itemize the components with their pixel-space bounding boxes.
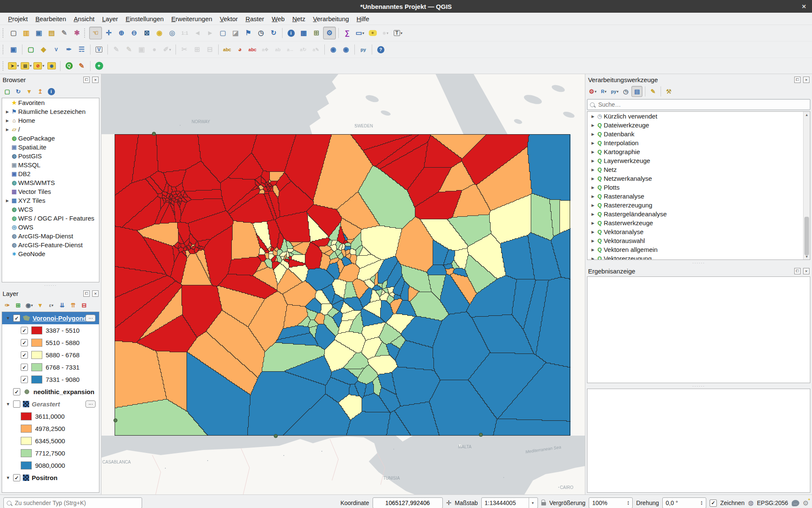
legend-class-checkbox[interactable]: ✓ — [21, 339, 28, 346]
measure-line-button[interactable]: ▭▾ — [354, 27, 366, 39]
extents-icon[interactable]: ✛ — [446, 499, 452, 507]
zoom-full-button[interactable]: ⊠ — [141, 27, 153, 39]
manage-map-themes-dropdown-icon[interactable]: ▾ — [31, 304, 33, 307]
layer-labeling-button[interactable]: abc — [221, 44, 233, 55]
attribute-table-button[interactable]: ▦ — [298, 27, 310, 39]
open-project-button[interactable]: ▥ — [20, 27, 32, 39]
layer-panel-float-icon[interactable]: ⧠ — [83, 290, 90, 297]
browser-item-home[interactable]: ▶⌂Home — [2, 116, 99, 125]
browser-float-icon[interactable]: ⧠ — [83, 77, 90, 83]
browser-item-wms-wmts[interactable]: ◍WMS/WMTS — [2, 178, 99, 187]
select-features-dropdown-icon[interactable]: ▾ — [17, 64, 19, 68]
expander-icon[interactable]: ▶ — [590, 221, 595, 225]
layer-row-gerastert[interactable]: ▼Gerastert — [2, 398, 99, 410]
zoom-out-button[interactable]: ⊖ — [128, 27, 140, 39]
processing-close-icon[interactable]: ✕ — [803, 77, 809, 83]
toolbar-handle[interactable] — [3, 28, 5, 38]
legend-class-row[interactable]: 6345,5000 — [2, 435, 99, 447]
right-dock-splitter[interactable]: ······ — [585, 260, 812, 265]
browser-item-arcgis-map-dienst[interactable]: ◍ArcGIS-Map-Dienst — [2, 232, 99, 240]
processing-algorithms-dropdown-icon[interactable]: ▾ — [595, 90, 596, 94]
browser-item-geonode[interactable]: ∗GeoNode — [2, 249, 99, 258]
vertex-tool-dropdown-icon[interactable]: ▾ — [169, 48, 171, 52]
legend-class-row[interactable]: 9080,0000 — [2, 459, 99, 472]
menu-einstellungen[interactable]: Einstellungen — [122, 14, 167, 24]
browser-item-db2[interactable]: ▣DB2 — [2, 169, 99, 178]
no-labels-button[interactable]: abc — [247, 44, 258, 55]
coordinate-input[interactable] — [376, 499, 439, 507]
text-annotation-button[interactable]: T▾ — [392, 27, 404, 39]
menu-hilfe[interactable]: Hilfe — [353, 14, 373, 24]
menu-raster[interactable]: Raster — [241, 14, 268, 24]
new-geopackage-layer-button[interactable]: ▢ — [25, 44, 37, 55]
menu-bearbeiten[interactable]: Bearbeiten — [32, 14, 70, 24]
new-print-layout-button[interactable]: ▤ — [46, 27, 58, 39]
processing-category-dateiwerkzeuge[interactable]: ▶QDateiwerkzeuge — [587, 121, 810, 130]
open-layer-styling-button[interactable]: ✑ — [2, 300, 12, 310]
layer-expander-icon[interactable]: ▼ — [5, 316, 11, 320]
help-button[interactable]: ? — [375, 44, 387, 55]
pan-to-selection-button[interactable]: ✛ — [103, 27, 115, 39]
rotation-spin[interactable]: 0,0 ° ▲▼ — [662, 497, 706, 508]
vertex-tool-button[interactable]: ✐▾ — [161, 44, 173, 55]
new-virtual-point-layer-button[interactable]: ✒ — [63, 44, 75, 55]
left-dock-splitter[interactable]: ······ — [0, 282, 101, 288]
show-sum-button[interactable]: ∑ — [341, 27, 353, 39]
filter-by-expression-dropdown-icon[interactable]: ▾ — [52, 304, 53, 307]
processing-category-rasterwerkzeuge[interactable]: ▶QRasterwerkzeuge — [587, 218, 810, 227]
scale-lock-icon[interactable] — [541, 502, 546, 505]
properties-widget-button[interactable]: i — [46, 86, 56, 97]
locator-input[interactable] — [14, 499, 139, 507]
new-map-view-button[interactable]: ▢ — [217, 27, 229, 39]
legend-class-row[interactable]: ✓5880 - 6768 — [2, 349, 99, 361]
layer-expander-icon[interactable]: ▼ — [5, 402, 11, 406]
scroll-thumb[interactable] — [804, 217, 809, 255]
layer-row-positron[interactable]: ▼✓Positron — [2, 472, 99, 484]
menu-verarbeitung[interactable]: Verarbeitung — [309, 14, 353, 24]
expander-icon[interactable]: ▶ — [5, 110, 10, 114]
layer-checkbox[interactable]: ✓ — [13, 388, 20, 395]
deselect-features-dropdown-icon[interactable]: ▾ — [42, 64, 44, 68]
add-feature-button[interactable]: ● — [148, 44, 160, 55]
expander-icon[interactable]: ▶ — [590, 123, 595, 127]
toolbar-handle[interactable] — [84, 28, 87, 38]
pan-map-button[interactable]: ☜ — [89, 27, 102, 39]
browser-item-vector-tiles[interactable]: ▦Vector Tiles — [2, 187, 99, 196]
save-project-button[interactable]: ▣ — [33, 27, 45, 39]
expander-icon[interactable]: ▶ — [5, 127, 10, 132]
legend-class-checkbox[interactable]: ✓ — [21, 351, 28, 359]
add-group-button[interactable]: ⊞ — [13, 300, 23, 310]
browser-close-icon[interactable]: ✕ — [92, 77, 99, 83]
render-checkbox[interactable]: ✓ — [710, 500, 717, 507]
layer-row-neolithic-expansion[interactable]: ✓neolithic_expansion — [2, 386, 99, 398]
share-button[interactable]: ✦ — [93, 60, 105, 72]
save-edits-button[interactable]: ▣ — [136, 44, 148, 55]
pin-labels-button[interactable]: a✥ — [259, 44, 271, 55]
processing-category-rastererzeugung[interactable]: ▶QRastererzeugung — [587, 201, 810, 210]
rotation-spin-arrows[interactable]: ▲▼ — [700, 500, 703, 505]
zoom-last-button[interactable]: ◄ — [192, 27, 203, 39]
processing-category-rastergel-ndeanalyse[interactable]: ▶QRastergeländeanalyse — [587, 210, 810, 218]
toggle-editing-button[interactable]: ✎ — [123, 44, 135, 55]
refresh-browser-button[interactable]: ↻ — [13, 86, 23, 97]
select-by-form-button[interactable]: ▤▾ — [20, 60, 32, 72]
layer-diagram-button[interactable]: ◕ — [234, 44, 246, 55]
filter-legend-button[interactable]: ▼ — [35, 300, 45, 310]
current-edits-button[interactable]: ✎ — [110, 44, 122, 55]
legend-class-row[interactable]: ✓3387 - 5510 — [2, 324, 99, 337]
legend-class-row[interactable]: 4978,2500 — [2, 422, 99, 435]
rotate-label-button[interactable]: a↻ — [297, 44, 309, 55]
new-spatialite-layer-button[interactable]: V — [50, 44, 62, 55]
browser-item-wfs-ogc-api-features[interactable]: ◍WFS / OGC API - Features — [2, 214, 99, 223]
menu-web[interactable]: Web — [268, 14, 289, 24]
expander-icon[interactable]: ▶ — [590, 239, 595, 243]
processing-category-kartographie[interactable]: ▶QKartographie — [587, 147, 810, 156]
browser-item-arcgis-feature-dienst[interactable]: ◍ArcGIS-Feature-Dienst — [2, 240, 99, 249]
data-source-manager-button[interactable]: ▣ — [8, 44, 19, 55]
processing-algorithms-button[interactable]: ⚙▾ — [587, 86, 598, 97]
scroll-up-icon[interactable]: ▲ — [804, 112, 810, 118]
add-selected-layer-button[interactable]: ▢ — [2, 86, 12, 97]
magnifier-spin-arrows[interactable]: ▲▼ — [627, 500, 629, 505]
remove-layer-button[interactable]: ⊟ — [79, 300, 89, 310]
select-by-location-button[interactable]: ◉ — [46, 60, 58, 72]
